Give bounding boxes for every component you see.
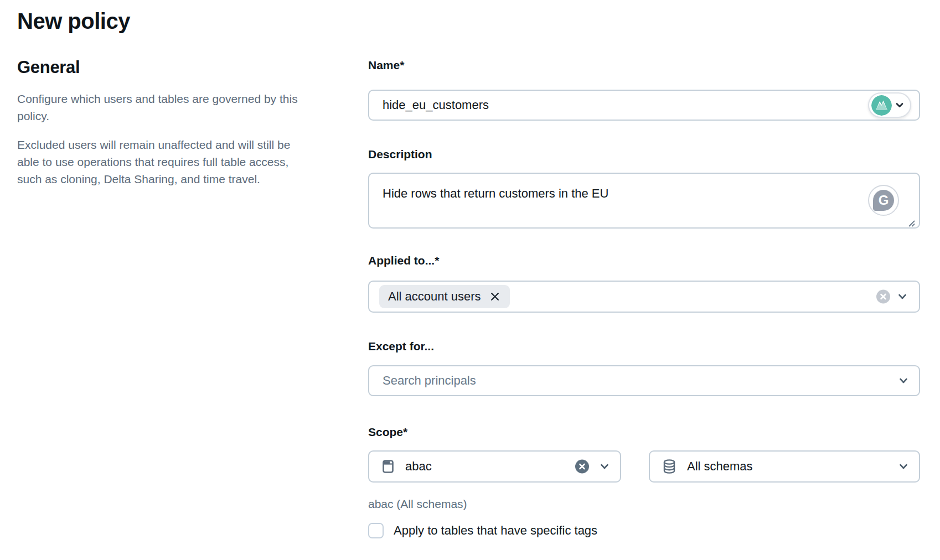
- tags-checkbox-row: Apply to tables that have specific tags: [368, 523, 920, 538]
- chip-remove-icon[interactable]: [489, 291, 501, 303]
- scope-catalog-chevron-down-icon[interactable]: [599, 461, 610, 472]
- search-principals-input[interactable]: [368, 365, 920, 396]
- policy-name-input[interactable]: [368, 90, 920, 121]
- general-info-column: New policy General Configure which users…: [17, 0, 306, 538]
- clear-circle-icon[interactable]: [876, 290, 890, 304]
- section-description-1: Configure which users and tables are gov…: [17, 90, 306, 125]
- except-for-field-wrapper: [368, 365, 920, 396]
- user-avatar-icon: [871, 95, 892, 116]
- applied-to-multiselect[interactable]: All account users: [368, 281, 920, 313]
- avatar-chevron-down-icon: [895, 100, 905, 110]
- except-for-chevron-down-icon[interactable]: [898, 375, 909, 386]
- name-label: Name*: [368, 58, 920, 73]
- scope-schema-select[interactable]: All schemas: [649, 450, 920, 483]
- policy-form: Name* Description Hide rows that return: [368, 0, 920, 538]
- scope-row: abac: [368, 450, 920, 483]
- scope-catalog-select[interactable]: abac: [368, 450, 621, 483]
- applied-to-chevron-down-icon[interactable]: [897, 291, 908, 302]
- textarea-resize-handle-icon[interactable]: [907, 219, 916, 227]
- name-user-menu[interactable]: [868, 92, 911, 118]
- clear-circle-icon[interactable]: [575, 460, 589, 474]
- scope-label: Scope*: [368, 424, 920, 440]
- grammarly-icon[interactable]: G: [868, 185, 899, 216]
- section-description-2: Excluded users will remain unaffected an…: [17, 136, 306, 188]
- name-field-wrapper: [368, 90, 920, 121]
- schema-database-icon: [661, 458, 678, 475]
- scope-summary-text: abac (All schemas): [368, 497, 920, 511]
- except-for-label: Except for...: [368, 339, 920, 354]
- description-field-wrapper: Hide rows that return customers in the E…: [368, 173, 920, 231]
- scope-schema-chevron-down-icon[interactable]: [898, 461, 909, 472]
- applied-to-clear-button[interactable]: [876, 290, 890, 304]
- new-policy-page: New policy General Configure which users…: [0, 0, 940, 538]
- scope-catalog-value: abac: [405, 459, 432, 474]
- page-title: New policy: [17, 8, 306, 34]
- section-title-general: General: [17, 56, 306, 79]
- apply-tags-checkbox[interactable]: [368, 523, 384, 538]
- chip-label: All account users: [388, 289, 481, 304]
- scope-schema-value: All schemas: [687, 459, 753, 474]
- apply-tags-checkbox-label: Apply to tables that have specific tags: [394, 523, 597, 538]
- scope-catalog-clear-button[interactable]: [575, 460, 589, 474]
- policy-description-textarea[interactable]: Hide rows that return customers in the E…: [368, 173, 920, 229]
- applied-to-label: Applied to...*: [368, 253, 920, 268]
- grammarly-g-letter: G: [873, 190, 894, 211]
- description-label: Description: [368, 147, 920, 162]
- catalog-icon: [380, 459, 396, 474]
- chip-all-account-users[interactable]: All account users: [379, 285, 510, 308]
